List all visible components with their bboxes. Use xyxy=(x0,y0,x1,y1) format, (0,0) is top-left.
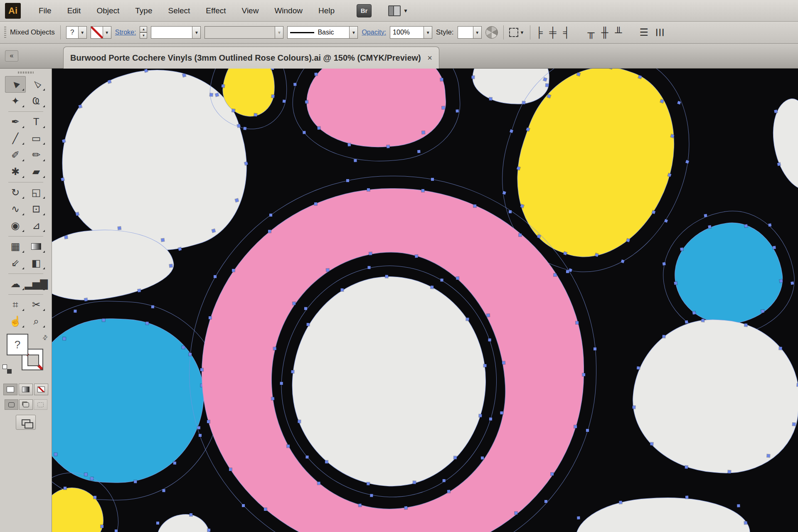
anchor-point[interactable] xyxy=(287,444,290,447)
distribute-horizontal-centers-icon[interactable]: ☰ xyxy=(655,28,665,37)
anchor-point[interactable] xyxy=(431,286,433,288)
white-sliver-top-right-fill[interactable] xyxy=(765,95,798,196)
anchor-point[interactable] xyxy=(404,506,407,509)
line-segment-tool[interactable]: ╱ xyxy=(5,130,26,147)
artboard-canvas[interactable] xyxy=(52,69,798,532)
opacity-dropdown-arrow[interactable]: ▼ xyxy=(424,26,432,39)
anchor-point[interactable] xyxy=(173,461,176,464)
anchor-point[interactable] xyxy=(515,512,517,515)
anchor-point[interactable] xyxy=(791,281,794,285)
anchor-point[interactable] xyxy=(189,353,192,356)
anchor-point[interactable] xyxy=(744,224,748,227)
anchor-point[interactable] xyxy=(777,163,781,166)
anchor-point[interactable] xyxy=(774,110,777,113)
anchor-point[interactable] xyxy=(354,159,357,162)
anchor-point[interactable] xyxy=(768,224,771,227)
anchor-point[interactable] xyxy=(479,414,482,417)
pencil-tool[interactable]: ✏ xyxy=(26,147,47,163)
anchor-point[interactable] xyxy=(447,490,450,493)
anchor-point[interactable] xyxy=(662,262,665,266)
anchor-point[interactable] xyxy=(244,127,247,131)
white-blob-bottom-center[interactable] xyxy=(157,514,210,532)
anchor-point[interactable] xyxy=(370,494,373,497)
graphic-style-combo[interactable]: ▼ xyxy=(458,26,482,39)
anchor-point[interactable] xyxy=(138,289,141,292)
width-tool[interactable]: ∿ xyxy=(5,201,26,217)
anchor-point[interactable] xyxy=(367,188,370,191)
white-blob-right-fill[interactable] xyxy=(628,314,798,478)
change-screen-mode-button[interactable] xyxy=(16,415,36,430)
menu-file[interactable]: File xyxy=(31,6,59,15)
anchor-point[interactable] xyxy=(441,78,443,81)
anchor-point[interactable] xyxy=(115,530,118,532)
anchor-point[interactable] xyxy=(280,382,283,384)
anchor-point[interactable] xyxy=(242,504,245,507)
menu-window[interactable]: Window xyxy=(266,6,310,15)
anchor-point[interactable] xyxy=(737,504,740,507)
anchor-point[interactable] xyxy=(178,247,182,251)
anchor-point[interactable] xyxy=(773,246,776,249)
align-vertical-top-icon[interactable]: ╥ xyxy=(588,27,595,37)
anchor-point[interactable] xyxy=(200,368,203,371)
blue-blob-left[interactable] xyxy=(52,316,207,486)
slice-tool[interactable]: ✂ xyxy=(26,296,47,313)
panel-drag-grip[interactable] xyxy=(18,71,34,74)
hand-tool[interactable]: ☝ xyxy=(5,313,26,330)
menu-object[interactable]: Object xyxy=(89,6,127,15)
recolor-artwork-button[interactable] xyxy=(485,26,498,39)
anchor-point[interactable] xyxy=(369,252,372,255)
anchor-point[interactable] xyxy=(306,323,309,326)
anchor-point[interactable] xyxy=(64,487,66,490)
fill-indicator-mixed[interactable]: ? xyxy=(7,334,28,355)
graphic-style-swatch[interactable] xyxy=(458,26,473,39)
anchor-point[interactable] xyxy=(685,466,688,468)
anchor-point[interactable] xyxy=(442,106,445,109)
anchor-point[interactable] xyxy=(621,260,624,264)
anchor-point[interactable] xyxy=(702,319,704,322)
anchor-point[interactable] xyxy=(417,150,420,153)
symbol-sprayer-tool[interactable]: ☁ xyxy=(5,276,26,292)
column-graph-tool[interactable]: ▂▅▇ xyxy=(26,276,47,292)
default-fill-stroke-icon[interactable] xyxy=(2,365,12,374)
anchor-point[interactable] xyxy=(304,307,307,310)
blob-brush-tool[interactable]: ✱ xyxy=(5,163,26,180)
anchor-point[interactable] xyxy=(101,525,103,528)
stepper-up-icon[interactable]: ▲ xyxy=(140,26,147,32)
rectangle-tool[interactable]: ▭ xyxy=(26,130,47,147)
anchor-point[interactable] xyxy=(298,420,301,423)
anchor-point[interactable] xyxy=(232,269,235,272)
document-tab[interactable]: Burwood Porte Cochere Vinyls (3mm Outlin… xyxy=(63,47,439,69)
white-blob-left-fill[interactable] xyxy=(52,221,177,307)
anchor-point[interactable] xyxy=(551,473,554,475)
anchor-point[interactable] xyxy=(64,236,68,239)
white-blob-bottom-center-fill[interactable] xyxy=(157,514,210,532)
anchor-point[interactable] xyxy=(471,76,474,79)
artboard-tool[interactable]: ⌗ xyxy=(5,296,26,313)
magic-wand-tool[interactable]: ✦ xyxy=(5,93,26,109)
anchor-point[interactable] xyxy=(489,97,492,100)
anchor-point[interactable] xyxy=(415,255,418,258)
menu-effect[interactable]: Effect xyxy=(198,6,234,15)
anchor-point[interactable] xyxy=(779,347,782,350)
anchor-point[interactable] xyxy=(574,425,577,428)
anchor-point[interactable] xyxy=(728,470,731,473)
paintbrush-tool[interactable]: ✐ xyxy=(5,147,26,163)
yellow-blob-bottom-left[interactable] xyxy=(52,488,103,532)
anchor-point[interactable] xyxy=(489,418,492,421)
anchor-point[interactable] xyxy=(692,311,696,315)
pen-tool[interactable]: ✒ xyxy=(5,113,26,130)
anchor-point[interactable] xyxy=(431,178,434,181)
anchor-point[interactable] xyxy=(317,126,320,129)
anchor-point[interactable] xyxy=(442,479,445,482)
anchor-point[interactable] xyxy=(792,423,795,426)
anchor-point[interactable] xyxy=(367,483,369,485)
anchor-point[interactable] xyxy=(264,508,267,511)
anchor-point[interactable] xyxy=(162,489,165,492)
anchor-point[interactable] xyxy=(325,461,328,463)
white-blob-left[interactable] xyxy=(52,221,177,307)
draw-normal-button[interactable] xyxy=(5,399,18,410)
anchor-point[interactable] xyxy=(271,95,275,98)
anchor-point[interactable] xyxy=(576,321,579,324)
anchor-point[interactable] xyxy=(145,322,148,325)
anchor-point[interactable] xyxy=(84,298,88,301)
